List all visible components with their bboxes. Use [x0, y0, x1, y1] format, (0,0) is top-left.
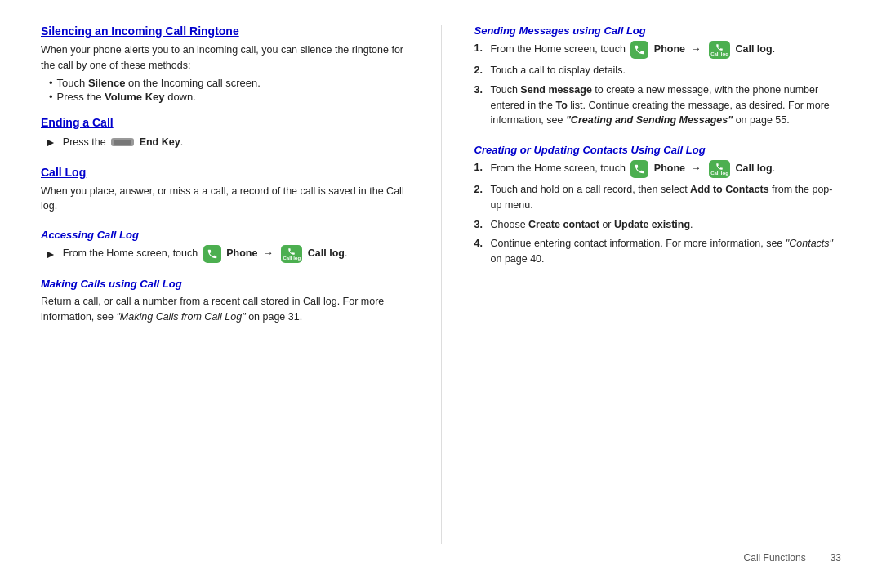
bullet-volume-text: Press the Volume Key down. [57, 91, 196, 103]
contacts-italic: "Contacts" [786, 238, 833, 249]
section-making-calls: Making Calls using Call Log Return a cal… [41, 278, 408, 328]
phone-icon-contacts1 [630, 160, 648, 178]
footer-page-number: 33 [831, 552, 841, 564]
accessing-arrow-item: ► From the Home screen, touch Phone → Ca… [45, 245, 408, 263]
accessing-title: Accessing Call Log [41, 229, 408, 241]
ending-arrow-text: Press the End Key. [63, 135, 183, 150]
contacts-text-4: Continue entering contact information. F… [491, 236, 842, 267]
sending-title: Sending Messages using Call Log [474, 24, 842, 37]
volume-bold: Volume Key [105, 91, 164, 103]
section-silencing: Silencing an Incoming Call Ringtone When… [41, 24, 408, 105]
accessing-arrow-symbol: ► [45, 246, 56, 263]
arrow-right-contacts1: → [691, 160, 702, 176]
calllog-icon-accessing: Call log [281, 245, 302, 263]
contacts-num-2: 2. [474, 182, 486, 198]
sending-text-3: Touch Send message to create a new messa… [491, 82, 842, 128]
making-calls-title: Making Calls using Call Log [41, 278, 408, 290]
section-sending: Sending Messages using Call Log 1. From … [474, 24, 842, 132]
bullet-volume: • Press the Volume Key down. [49, 91, 408, 103]
end-key-label: End Key [140, 136, 180, 148]
section-accessing: Accessing Call Log ► From the Home scree… [41, 229, 408, 266]
bullet-silence-text: Touch Silence on the Incoming call scree… [57, 77, 261, 89]
update-existing-bold: Update existing [614, 219, 690, 230]
calllog-icon-text: Call log [283, 256, 301, 261]
footer-label: Call Functions [744, 552, 806, 564]
phone-label-contacts1: Phone [654, 163, 685, 174]
ending-arrow-item: ► Press the End Key. [45, 134, 408, 151]
column-divider [441, 24, 442, 544]
calllog-label-contacts1: Call log [735, 163, 772, 174]
page: Silencing an Incoming Call Ringtone When… [0, 0, 882, 588]
sending-item-3: 3. Touch Send message to create a new me… [474, 82, 842, 128]
silencing-body: When your phone alerts you to an incomin… [41, 42, 408, 74]
sending-num-3: 3. [474, 82, 486, 98]
sending-item-1: 1. From the Home screen, touch Phone → C… [474, 41, 842, 59]
sending-num-1: 1. [474, 41, 486, 56]
create-contact-bold: Create contact [528, 219, 599, 230]
creating-italic: "Creating and Sending Messages" [566, 114, 733, 126]
bullet-dot-2: • [49, 91, 53, 103]
sending-num-2: 2. [474, 63, 486, 78]
calllog-label-accessing: Call log [308, 247, 345, 259]
arrow-right-accessing: → [263, 245, 274, 261]
contacts-num-3: 3. [474, 217, 486, 233]
calllog-icon-sending1: Call log [709, 41, 730, 59]
section-calllog: Call Log When you place, answer, or miss… [41, 166, 408, 218]
end-key-icon [111, 138, 134, 146]
silencing-title: Silencing an Incoming Call Ringtone [41, 24, 408, 38]
page-footer: Call Functions 33 [41, 544, 841, 564]
calllog-body: When you place, answer, or miss a a call… [41, 184, 408, 215]
add-to-contacts-bold: Add to Contacts [690, 184, 769, 195]
creating-contacts-title: Creating or Updating Contacts Using Call… [474, 144, 842, 156]
bullet-dot-1: • [49, 77, 53, 89]
contacts-item-3: 3. Choose Create contact or Update exist… [474, 217, 842, 233]
send-message-bold: Send message [520, 84, 592, 96]
calllog-icon-contacts1: Call log [709, 160, 730, 178]
section-creating-contacts: Creating or Updating Contacts Using Call… [474, 144, 842, 271]
making-calls-body: Return a call, or call a number from a r… [41, 294, 408, 325]
sending-item-2: 2. Touch a call to display details. [474, 63, 842, 78]
calllog-icon-text-s1: Call log [710, 51, 728, 56]
contacts-item-2: 2. Touch and hold on a call record, then… [474, 182, 842, 213]
left-column: Silencing an Incoming Call Ringtone When… [41, 24, 408, 544]
calllog-icon-text-c1: Call log [710, 171, 728, 176]
calllog-title: Call Log [41, 166, 408, 179]
phone-label-sending1: Phone [654, 43, 685, 55]
arrow-right-sending1: → [691, 41, 702, 57]
section-ending: Ending a Call ► Press the End Key. [41, 116, 408, 154]
phone-icon-accessing [203, 245, 221, 263]
phone-icon-sending1 [630, 41, 648, 59]
contacts-text-1: From the Home screen, touch Phone → Call… [491, 160, 776, 178]
calllog-label-sending1: Call log [735, 43, 772, 55]
sending-text-2: Touch a call to display details. [491, 63, 626, 78]
ending-title: Ending a Call [41, 116, 408, 129]
contacts-num-1: 1. [474, 160, 486, 176]
arrow-symbol: ► [45, 134, 56, 151]
contacts-text-3: Choose Create contact or Update existing… [491, 217, 693, 233]
contacts-item-1: 1. From the Home screen, touch Phone → C… [474, 160, 842, 178]
sending-text-1: From the Home screen, touch Phone → Call… [491, 41, 776, 59]
bullet-silence: • Touch Silence on the Incoming call scr… [49, 77, 408, 89]
creating-contacts-list: 1. From the Home screen, touch Phone → C… [474, 160, 842, 267]
sending-list: 1. From the Home screen, touch Phone → C… [474, 41, 842, 128]
main-columns: Silencing an Incoming Call Ringtone When… [41, 24, 841, 544]
to-bold: To [555, 100, 567, 111]
right-column: Sending Messages using Call Log 1. From … [474, 24, 842, 544]
making-calls-italic: "Making Calls from Call Log" [116, 311, 245, 323]
silence-bold: Silence [88, 77, 126, 89]
phone-label-accessing: Phone [226, 247, 257, 259]
contacts-num-4: 4. [474, 236, 486, 252]
accessing-text: From the Home screen, touch Phone → Call… [63, 245, 348, 263]
contacts-text-2: Touch and hold on a call record, then se… [491, 182, 842, 213]
contacts-item-4: 4. Continue entering contact information… [474, 236, 842, 267]
